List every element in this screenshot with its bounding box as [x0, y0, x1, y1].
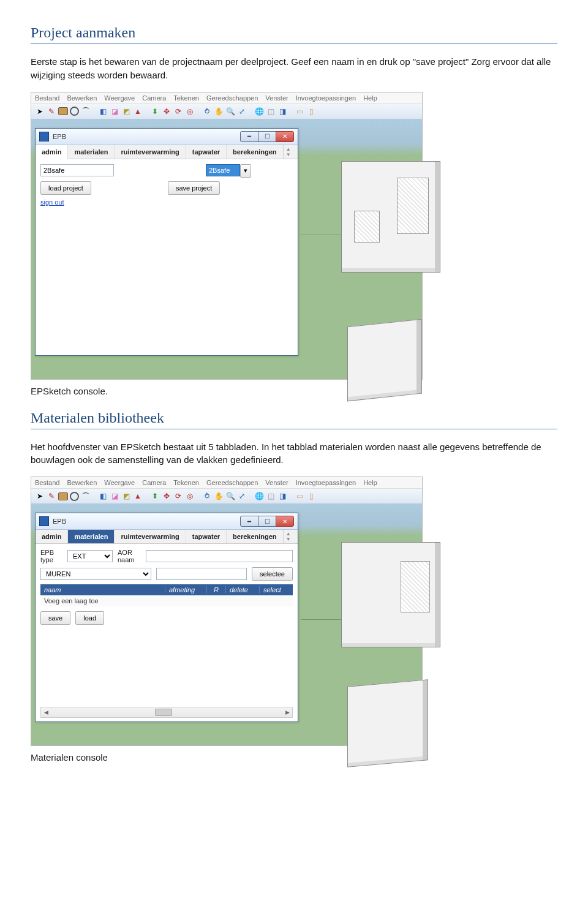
epb-titlebar[interactable]: EPB ━ ☐ ✕ [36, 513, 298, 530]
tool-icon[interactable]: ◨ [277, 491, 287, 501]
tape-tool-icon[interactable]: ◩ [121, 491, 131, 501]
menu-item[interactable]: Bestand [35, 479, 59, 486]
paint-tool-icon[interactable]: ▲ [133, 107, 143, 116]
menu-item[interactable]: Tekenen [173, 479, 199, 486]
scroll-thumb[interactable] [155, 709, 172, 716]
menu-item[interactable]: Weergave [104, 479, 135, 486]
menu-item[interactable]: Venster [265, 479, 288, 486]
zoom-tool-icon[interactable]: 🔍 [225, 491, 235, 501]
tape-tool-icon[interactable]: ◩ [121, 107, 131, 116]
menu-item[interactable]: Camera [142, 479, 166, 486]
tool-icon[interactable]: ◫ [266, 491, 276, 501]
component-tool-icon[interactable]: ◧ [98, 491, 108, 501]
menu-item[interactable]: Venster [265, 94, 288, 102]
category-filter-input[interactable] [156, 568, 247, 580]
tool-icon[interactable]: ◨ [277, 107, 287, 116]
close-button[interactable]: ✕ [276, 516, 294, 527]
menu-item[interactable]: Help [363, 94, 377, 102]
aor-naam-input[interactable] [146, 550, 293, 562]
select-tool-icon[interactable]: ➤ [35, 491, 45, 501]
tab-scroll-indicator[interactable]: ▲▼ [284, 530, 293, 543]
pencil-tool-icon[interactable]: ✎ [47, 107, 56, 116]
save-button[interactable]: save [40, 611, 70, 625]
tab-tapwater[interactable]: tapwater [186, 530, 227, 543]
menu-item[interactable]: Invoegtoepassingen [296, 94, 356, 102]
tab-materialen[interactable]: materialen [68, 145, 115, 159]
move-tool-icon[interactable]: ✥ [162, 491, 172, 501]
tab-berekeningen[interactable]: berekeningen [227, 145, 284, 159]
add-layer-row[interactable]: Voeg een laag toe [40, 595, 293, 606]
circle-tool-icon[interactable] [70, 107, 79, 116]
viewport-3d[interactable] [301, 124, 422, 379]
tool-icon[interactable]: ◫ [266, 107, 276, 116]
tool-icon[interactable]: ▭ [295, 491, 304, 501]
menu-item[interactable]: Bestand [35, 94, 59, 102]
arc-tool-icon[interactable]: ⌒ [81, 491, 91, 501]
save-project-button[interactable]: save project [168, 181, 220, 195]
menu-item[interactable]: Bewerken [67, 94, 97, 102]
tab-tapwater[interactable]: tapwater [186, 145, 227, 159]
tool-icon[interactable]: ▯ [306, 107, 316, 116]
pushpull-tool-icon[interactable]: ⬍ [150, 107, 160, 116]
geo-tool-icon[interactable]: 🌐 [254, 491, 264, 501]
move-tool-icon[interactable]: ✥ [162, 107, 172, 116]
offset-tool-icon[interactable]: ◎ [185, 107, 195, 116]
scroll-right-icon[interactable]: ▶ [282, 709, 292, 715]
tab-ruimteverwarming[interactable]: ruimteverwarming [115, 145, 186, 159]
minimize-button[interactable]: ━ [240, 131, 258, 142]
rectangle-tool-icon[interactable] [58, 107, 68, 115]
load-project-button[interactable]: load project [40, 181, 91, 195]
tool-icon[interactable]: ▯ [306, 491, 316, 501]
close-button[interactable]: ✕ [276, 131, 294, 142]
project-name-right-input[interactable] [206, 164, 240, 176]
rotate-tool-icon[interactable]: ⟳ [173, 107, 183, 116]
epb-titlebar[interactable]: EPB ━ ☐ ✕ [36, 129, 298, 145]
menu-item[interactable]: Bewerken [67, 479, 97, 486]
tab-admin[interactable]: admin [36, 145, 68, 159]
eraser-tool-icon[interactable]: ◪ [110, 107, 119, 116]
zoom-extents-tool-icon[interactable]: ⤢ [237, 491, 247, 501]
category-select[interactable]: MUREN [40, 568, 151, 580]
pencil-tool-icon[interactable]: ✎ [47, 491, 56, 501]
rectangle-tool-icon[interactable] [58, 492, 68, 500]
minimize-button[interactable]: ━ [240, 516, 258, 527]
tab-admin[interactable]: admin [36, 530, 68, 543]
zoom-tool-icon[interactable]: 🔍 [225, 107, 235, 116]
epb-type-select[interactable]: EXT [67, 550, 113, 562]
zoom-extents-tool-icon[interactable]: ⤢ [237, 107, 247, 116]
menu-item[interactable]: Gereedschappen [206, 479, 258, 486]
circle-tool-icon[interactable] [70, 492, 79, 501]
scroll-left-icon[interactable]: ◀ [41, 709, 51, 715]
horizontal-scrollbar[interactable]: ◀ ▶ [40, 707, 293, 718]
viewport-3d[interactable] [301, 509, 422, 745]
pushpull-tool-icon[interactable]: ⬍ [150, 491, 160, 501]
tab-materialen[interactable]: materialen [68, 530, 115, 543]
menu-item[interactable]: Invoegtoepassingen [296, 479, 356, 486]
pan-tool-icon[interactable]: ✋ [214, 491, 224, 501]
tab-scroll-indicator[interactable]: ▲▼ [284, 145, 293, 159]
rotate-tool-icon[interactable]: ⟳ [173, 491, 183, 501]
tab-berekeningen[interactable]: berekeningen [227, 530, 284, 543]
sign-out-link[interactable]: sign out [40, 198, 64, 206]
orbit-tool-icon[interactable]: ⥁ [202, 491, 212, 501]
menu-item[interactable]: Weergave [104, 94, 135, 102]
project-name-dropdown-button[interactable]: ▾ [240, 164, 251, 178]
select-button[interactable]: selectee [252, 567, 293, 581]
select-tool-icon[interactable]: ➤ [35, 107, 45, 116]
maximize-button[interactable]: ☐ [258, 131, 276, 142]
paint-tool-icon[interactable]: ▲ [133, 491, 143, 501]
maximize-button[interactable]: ☐ [258, 516, 276, 527]
project-name-left-input[interactable] [40, 164, 114, 176]
tab-ruimteverwarming[interactable]: ruimteverwarming [115, 530, 186, 543]
menu-item[interactable]: Camera [142, 94, 166, 102]
load-button[interactable]: load [75, 611, 104, 625]
orbit-tool-icon[interactable]: ⥁ [202, 107, 212, 116]
menu-item[interactable]: Help [363, 479, 377, 486]
menu-item[interactable]: Gereedschappen [206, 94, 258, 102]
geo-tool-icon[interactable]: 🌐 [254, 107, 264, 116]
tool-icon[interactable]: ▭ [295, 107, 304, 116]
arc-tool-icon[interactable]: ⌒ [81, 107, 91, 116]
component-tool-icon[interactable]: ◧ [98, 107, 108, 116]
menu-item[interactable]: Tekenen [173, 94, 199, 102]
pan-tool-icon[interactable]: ✋ [214, 107, 224, 116]
